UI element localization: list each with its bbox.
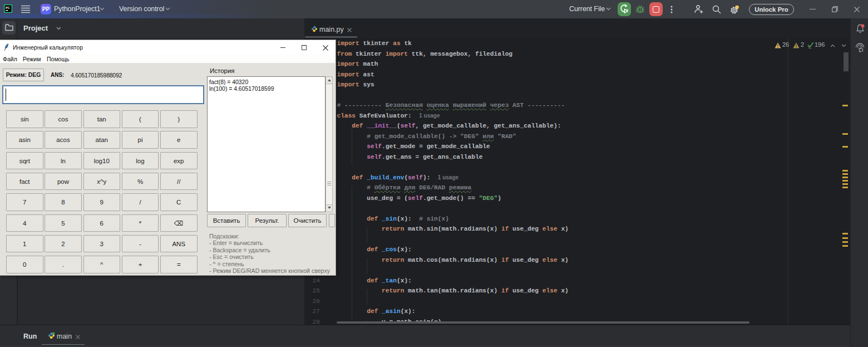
svg-text:PC: PC	[6, 6, 10, 9]
